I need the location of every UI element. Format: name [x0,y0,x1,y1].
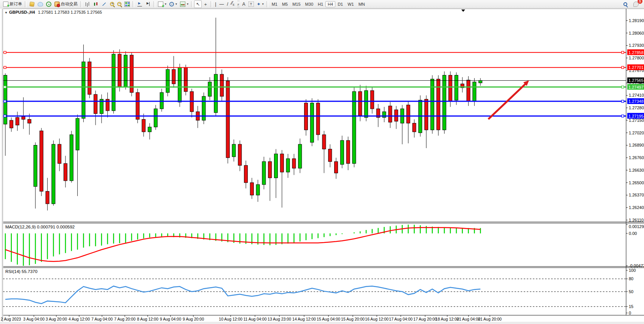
gold-icon [29,2,34,6]
collapse-triangle-icon[interactable]: ▼ [5,11,8,14]
candle-body-down [449,75,452,101]
candle-body-down [136,93,139,120]
timeframe-button-h1[interactable]: H1 [316,1,325,7]
macd-axis-label: -0.004777 [629,263,644,268]
candle-body-up [473,82,476,101]
text-label-icon: T [249,2,254,7]
date-axis-label: 11 Aug 04:00 [243,317,266,321]
timeframe-button-w1[interactable]: W1 [345,1,356,7]
candle-body-down [406,105,410,123]
date-axis-label: 9 Aug 04:00 [160,317,181,321]
line-handle[interactable] [622,66,624,69]
date-axis-label: 18 Aug 12:00 [435,317,459,321]
cursor-button[interactable]: ↖ [194,0,202,8]
arrows-icon: ✦ [257,2,261,7]
rsi-axis-label: 80 [629,276,633,281]
date-axis-label: 10 Aug 12:00 [219,317,242,321]
timeframe-button-m30[interactable]: M30 [303,1,316,7]
search-button[interactable] [622,2,629,7]
auto-scroll-button[interactable] [135,1,144,8]
notifications-button[interactable]: 1 [632,1,640,8]
horizontal-line-button[interactable]: — [218,1,225,8]
candle-body-down [268,161,272,178]
candle-body-up [160,93,163,109]
toolbar-separator [266,1,268,7]
candle-body-up [76,118,79,150]
line-handle[interactable] [4,100,6,102]
chart-shift-icon [145,2,151,7]
cursor-icon: ↖ [196,2,200,7]
arrows-button[interactable]: ✦▾ [255,1,265,8]
zoom-in-icon [110,2,114,6]
text-button[interactable]: A [241,1,247,8]
text-label-button[interactable]: T [247,1,255,8]
candle-body-up [124,55,128,87]
channel-icon: ⁄⁄E [231,0,235,8]
line-handle[interactable] [4,66,6,69]
candle-body-up [383,112,386,117]
indicators-button[interactable]: ▾ [156,1,168,8]
line-handle[interactable] [622,86,624,88]
price-badge-label: 1.27858 [628,50,644,55]
line-handle[interactable] [622,100,624,102]
chart-canvas[interactable]: 1.281901.280601.279301.278001.276701.275… [0,8,644,324]
community-button[interactable] [36,1,45,8]
crosshair-button[interactable]: ＋ [202,1,209,8]
line-handle[interactable] [622,115,624,117]
timeframe-button-h4[interactable]: H4 [325,1,335,7]
candle-body-down [64,163,67,180]
candle-body-up [166,69,169,92]
candle-body-down [28,119,31,123]
gold-button[interactable] [28,1,36,8]
zoom-out-button[interactable] [116,1,123,7]
fibonacci-button[interactable]: F [236,0,241,8]
candle-body-up [340,140,344,164]
date-axis-label: 16 Aug 12:00 [365,317,389,321]
signals-button[interactable] [45,1,53,8]
candle-body-down [359,91,362,115]
tile-windows-button[interactable] [123,1,131,8]
timeframe-button-d1[interactable]: D1 [335,1,345,7]
zoom-out-icon [117,2,121,6]
timeframe-button-m15[interactable]: M15 [290,1,303,7]
signal-icon [46,2,51,7]
timeframe-bar: M1M5M15M30H1H4D1W1MN [269,0,367,8]
candle-body-up [310,103,314,142]
line-handle[interactable] [4,86,6,88]
chart-title: ▼GBPUSD-,H41.27581 1.27583 1.27535 1.275… [5,10,102,14]
templates-button[interactable]: ▾ [179,1,190,8]
candle-body-down [467,80,470,101]
price-axis-label: 1.27410 [629,93,644,97]
date-axis-label: 3 Aug 04:00 [23,317,45,321]
line-chart-button[interactable] [100,1,108,8]
trendline-button[interactable]: / [225,1,230,8]
zoom-in-button[interactable] [108,1,116,7]
crosshair-icon: ＋ [203,2,208,7]
tile-windows-icon [124,2,130,7]
new-order-button[interactable]: 新订单 [2,0,24,8]
timeframe-button-m1[interactable]: M1 [269,1,280,7]
candlestick-icon [93,2,99,7]
line-handle[interactable] [4,115,6,117]
candle-body-up [52,144,55,204]
date-axis-label: 15 Aug 20:00 [341,317,365,321]
timeframe-button-mn[interactable]: MN [356,1,367,7]
channel-button[interactable]: ⁄⁄E [230,0,236,8]
vertical-line-icon: | [215,2,216,7]
bar-chart-button[interactable] [83,1,92,8]
candlestick-button[interactable] [92,1,100,8]
chart-shift-button[interactable] [144,1,152,8]
candle-body-up [112,54,115,111]
date-axis-label: 7 Aug 20:00 [114,317,135,321]
rsi-axis-label: 15 [629,304,633,309]
line-handle[interactable] [622,51,624,54]
line-handle[interactable] [4,51,6,54]
candle-body-down [220,74,223,96]
auto-trading-button[interactable]: 自动交易 [53,0,79,8]
candle-body-down [280,154,284,172]
auto-scroll-icon [137,2,142,7]
timeframe-button-m5[interactable]: M5 [280,1,290,7]
periods-button[interactable]: ▾ [168,1,179,7]
candle-body-down [226,81,230,158]
vertical-line-button[interactable]: | [214,1,218,8]
